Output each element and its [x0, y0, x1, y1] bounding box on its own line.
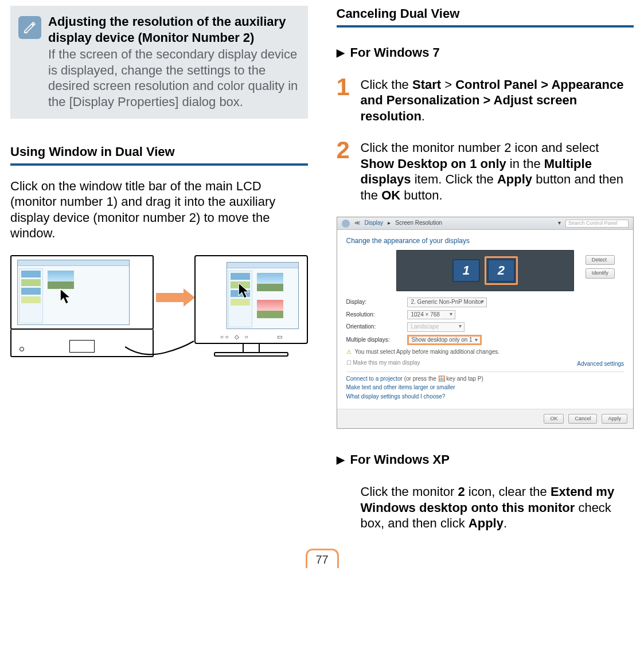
window-icon	[17, 260, 130, 325]
section-heading-cancel: Canceling Dual View	[337, 6, 634, 25]
triangle-bullet-icon: ▶	[337, 452, 345, 468]
body-text: Click on the window title bar of the mai…	[10, 178, 308, 241]
step-2: 2 Click the monitor number 2 icon and se…	[337, 140, 634, 203]
monitor-1-icon[interactable]: 1	[452, 259, 480, 282]
step-number: 2	[337, 140, 353, 203]
text-size-link[interactable]: Make text and other items larger or smal…	[346, 384, 625, 392]
window-icon	[227, 262, 299, 329]
note-title: Adjusting the resolution of the auxiliar…	[48, 14, 299, 45]
step-1: 1 Click the Start > Control Panel > Appe…	[337, 77, 634, 124]
cancel-button[interactable]: Cancel	[568, 414, 597, 424]
display-select[interactable]: 2. Generic Non-PnP Monitor	[407, 298, 487, 307]
orientation-select[interactable]: Landscape	[407, 322, 465, 332]
apply-button[interactable]: Apply	[602, 414, 627, 424]
resolution-label: Resolution:	[346, 311, 401, 319]
subsection-label: For Windows XP	[350, 452, 450, 468]
display-label: Display:	[346, 299, 401, 306]
note-body: If the screen of the secondary display d…	[48, 46, 299, 109]
subsection-label: For Windows 7	[350, 45, 440, 61]
step-text: Click the monitor number 2 icon and sele…	[361, 140, 632, 203]
identify-button[interactable]: Identify	[586, 268, 615, 278]
pencil-note-icon	[18, 16, 41, 39]
section-underline	[10, 163, 308, 166]
resolution-select[interactable]: 1024 × 768	[407, 310, 455, 320]
breadcrumb[interactable]: Screen Resolution	[395, 220, 442, 227]
help-link[interactable]: What display settings should I choose?	[346, 393, 625, 401]
highlight-box: 2	[485, 256, 518, 285]
multiple-displays-select[interactable]: Show desktop only on 1	[407, 335, 482, 346]
subsection-windows-7: ▶ For Windows 7	[337, 45, 634, 61]
monitor-picker: 1 2 Detect Identify	[396, 250, 574, 291]
subsection-windows-xp: ▶ For Windows XP	[337, 452, 634, 468]
ok-button[interactable]: OK	[544, 414, 564, 424]
section-underline	[337, 25, 634, 28]
back-icon[interactable]	[342, 220, 350, 228]
monitor-icon: ○ ○◇○ ▭	[194, 255, 308, 357]
page-number: 77	[10, 549, 634, 568]
screen-resolution-screenshot: ≪ Display ▸ Screen Resolution ▾ Search C…	[337, 217, 634, 429]
triangle-bullet-icon: ▶	[337, 45, 345, 61]
monitor-2-icon[interactable]: 2	[487, 259, 515, 282]
dialog-heading: Change the appearance of your displays	[346, 237, 625, 245]
drag-window-illustration: ○ ○◇○ ▭	[10, 255, 308, 357]
step-xp: 0 Click the monitor 2 icon, clear the Ex…	[337, 484, 634, 531]
search-input[interactable]: Search Control Panel	[565, 220, 629, 228]
detect-button[interactable]: Detect	[586, 255, 615, 265]
breadcrumb[interactable]: Display	[365, 220, 384, 227]
step-text: Click the Start > Control Panel > Appear…	[361, 77, 632, 124]
window-titlebar: ≪ Display ▸ Screen Resolution ▾ Search C…	[337, 217, 634, 230]
step-text: Click the monitor 2 icon, clear the Exte…	[361, 484, 632, 531]
arrow-right-icon	[156, 288, 192, 307]
note-box: Adjusting the resolution of the auxiliar…	[10, 6, 308, 119]
section-heading-dual-view: Using Window in Dual View	[10, 144, 308, 163]
step-number: 1	[337, 77, 353, 124]
connect-projector-link[interactable]: Connect to a projector	[346, 376, 403, 382]
orientation-label: Orientation:	[346, 323, 401, 331]
